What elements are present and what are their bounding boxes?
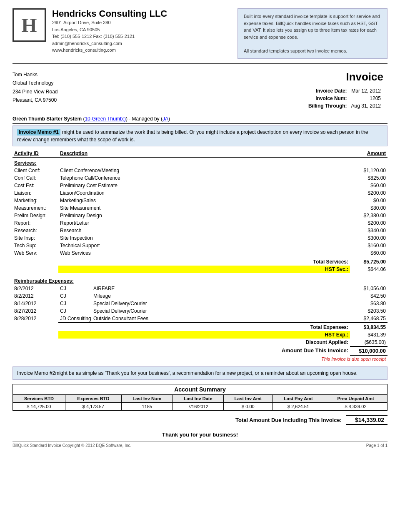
service-id: Marketing: (12, 197, 58, 204)
expense-date: 8/14/2012 (12, 300, 58, 307)
invoice-date-label: Invoice Date: (307, 88, 349, 94)
memo1-label: Invoice Memo #1 (17, 129, 60, 136)
memo2-label: Invoice Memo #2 (17, 370, 55, 376)
service-id: Report: (12, 219, 58, 227)
summary-data-cell: $ 2,624.51 (272, 403, 324, 411)
client-name: Tom Hanks (12, 70, 58, 79)
due-note-row: This Invoice is due upon receipt (12, 355, 388, 362)
summary-col-header: Expenses BTD (65, 395, 121, 403)
expense-date: 8/27/2012 (12, 307, 58, 315)
invoice-title: Invoice (306, 70, 383, 83)
invoice-through-value: Aug 31, 2012 (350, 103, 382, 109)
col-header-amount: Amount (350, 150, 388, 158)
summary-col-header: Prev Unpaid Amt (324, 395, 388, 403)
client-company: Global Technology (12, 79, 58, 87)
hst-svc-value: $644.06 (350, 266, 388, 273)
invoice-title-area: Tom Hanks Global Technology 234 Pine Vie… (12, 70, 388, 110)
service-id: Site Insp: (12, 234, 58, 242)
services-label: Services: (12, 158, 388, 167)
company-name: Hendricks Consulting LLC (52, 8, 167, 19)
summary-data-cell: 7/16/2012 (172, 403, 223, 411)
info-box: Built into every standard invoice templa… (238, 8, 388, 59)
service-row: Site Insp:Site Inspection$300.00 (12, 234, 388, 242)
invoice-meta: Invoice Invoice Date: Mar 12, 2012 Invoi… (306, 70, 388, 110)
due-note: This Invoice is due upon receipt (12, 355, 388, 362)
expense-row: 8/2/2012CJAIRFARE$1,056.00 (12, 285, 388, 292)
summary-col-header: Last Pay Amt (272, 395, 324, 403)
service-id: Measurement: (12, 204, 58, 212)
service-id: Tech Sup: (12, 242, 58, 249)
expense-row: 8/2/2012CJMileage$42.50 (12, 292, 388, 300)
company-info: Hendricks Consulting LLC 2601 Airport Dr… (52, 8, 167, 54)
hst-svc-row: HST Svc.:$644.06 (12, 266, 388, 273)
expenses-label: Reimbursable Expenses: (12, 276, 388, 285)
service-amount: $60.00 (350, 182, 388, 189)
expense-date: 8/2/2012 (12, 292, 58, 300)
company-logo: H (12, 8, 46, 42)
thank-you: Thank you for your business! (12, 432, 388, 438)
service-desc: Site Measurement (58, 204, 350, 212)
invoice-page: H Hendricks Consulting LLC 2601 Airport … (0, 0, 400, 456)
service-amount: $340.00 (350, 227, 388, 234)
service-id: Research: (12, 227, 58, 234)
memo1-text: might be used to summarize the work that… (17, 129, 368, 143)
project-line: Green Thumb Starter System (10-Green Thu… (12, 116, 388, 124)
expense-amount: $42.50 (350, 292, 388, 300)
invoice-through-label: Billing Through: (307, 103, 349, 109)
service-row: Research:Research$340.00 (12, 227, 388, 234)
invoice-date-value: Mar 12, 2012 (350, 88, 382, 94)
amount-due-row: Amount Due This Invoice:$10,000.00 (12, 346, 388, 355)
discount-label: Discount Applied: (58, 339, 350, 346)
service-amount: $1,120.00 (350, 167, 388, 174)
total-expenses-row: Total Expenses:$3,834.55 (12, 323, 388, 331)
total-services-label: Total Services: (58, 257, 350, 266)
expense-date: 8/28/2012 (12, 315, 58, 323)
amount-due-label: Amount Due This Invoice: (58, 346, 350, 355)
company-phone: Tel: (310) 555-1212 Fax: (310) 555-2121 (52, 33, 167, 40)
invoice-memo-1: Invoice Memo #1might be used to summariz… (12, 125, 388, 146)
company-address1: 2601 Airport Drive, Suite 380 (52, 19, 167, 26)
service-amount: $80.00 (350, 204, 388, 212)
service-row: Measurement:Site Measurement$80.00 (12, 204, 388, 212)
service-desc: Telephone Call/Conference (58, 174, 350, 182)
summary-col-header: Last Inv Date (172, 395, 223, 403)
service-desc: Client Conference/Meeting (58, 167, 350, 174)
summary-col-header: Services BTD (13, 395, 65, 403)
service-desc: Web Services (58, 249, 350, 257)
expense-amount: $203.50 (350, 307, 388, 315)
service-row: Marketing:Marketing/Sales$0.00 (12, 197, 388, 204)
client-address2: Pleasant, CA 97500 (12, 96, 58, 104)
expense-amount: $2,468.75 (350, 315, 388, 323)
service-id: Conf Call: (12, 174, 58, 182)
bill-to: Tom Hanks Global Technology 234 Pine Vie… (12, 70, 58, 110)
service-row: Cost Est:Preliminary Cost Estimate$60.00 (12, 182, 388, 189)
total-due-value: $14,339.02 (346, 415, 388, 425)
summary-data-cell: $ 4,173.57 (65, 403, 121, 411)
total-services-value: $5,725.00 (350, 257, 388, 266)
service-row: Client Conf:Client Conference/Meeting$1,… (12, 167, 388, 174)
client-address1: 234 Pine View Road (12, 88, 58, 96)
expense-date: 8/2/2012 (12, 285, 58, 292)
hst-exp-label: HST Exp.: (58, 331, 350, 339)
expense-amount: $63.80 (350, 300, 388, 307)
project-manager-link[interactable]: JA (162, 116, 168, 122)
total-due-line: Total Amount Due Including This Invoice:… (12, 415, 388, 425)
service-desc: Liason/Coordination (58, 189, 350, 197)
project-code-link[interactable]: 10-Green Thumb:) (85, 116, 126, 122)
account-summary-table: Account Summary Services BTDExpenses BTD… (12, 384, 388, 411)
service-row: Conf Call:Telephone Call/Conference$825.… (12, 174, 388, 182)
service-id: Liaison: (12, 189, 58, 197)
footer-left: BillQuick Standard Invoice Copyright © 2… (12, 443, 131, 448)
service-desc: Report/Letter (58, 219, 350, 227)
service-row: Web Serv:Web Services$60.00 (12, 249, 388, 257)
service-row: Prelim Design:Preliminary Design$2,380.0… (12, 212, 388, 219)
col-header-activity: Activity ID (12, 150, 58, 158)
hst-exp-value: $431.39 (350, 331, 388, 339)
service-amount: $200.00 (350, 189, 388, 197)
col-header-description: Description (58, 150, 350, 158)
footer: BillQuick Standard Invoice Copyright © 2… (12, 441, 388, 448)
expense-amount: $1,056.00 (350, 285, 388, 292)
summary-data-cell: $ 14,725.00 (13, 403, 65, 411)
summary-data-cell: $ 4,339.02 (324, 403, 388, 411)
company-address2: Los Angeles, CA 90505 (52, 26, 167, 33)
